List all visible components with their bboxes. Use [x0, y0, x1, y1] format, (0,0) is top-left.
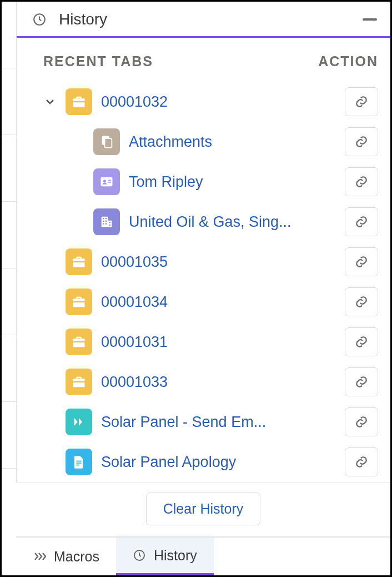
case-icon [66, 369, 92, 395]
history-item-link[interactable]: Solar Panel Apology [101, 454, 336, 471]
flow-icon [66, 409, 92, 435]
case-icon [66, 329, 92, 355]
minimize-button[interactable] [363, 18, 377, 21]
history-item: Solar Panel - Send Em... [43, 402, 378, 442]
svg-rect-17 [76, 461, 81, 462]
account-icon [93, 208, 120, 235]
history-item: 00001032 [43, 82, 378, 122]
panel-title: History [59, 11, 363, 28]
chevron-down-icon[interactable] [43, 95, 57, 108]
svg-rect-16 [109, 225, 110, 226]
case-icon [66, 248, 92, 275]
history-item-link[interactable]: 00001032 [101, 93, 336, 111]
copy-link-button[interactable] [345, 367, 378, 396]
left-gutter [2, 2, 16, 575]
history-item: 00001031 [43, 322, 378, 362]
copy-link-button[interactable] [345, 167, 378, 196]
svg-rect-13 [103, 223, 104, 224]
clear-history-button[interactable]: Clear History [146, 493, 260, 525]
copy-link-button[interactable] [345, 87, 378, 116]
contact-icon [93, 168, 120, 195]
svg-rect-10 [105, 218, 107, 219]
copy-link-button[interactable] [345, 247, 378, 276]
history-item: Attachments [43, 122, 378, 162]
history-item-link[interactable]: 00001034 [101, 294, 336, 311]
svg-rect-12 [105, 221, 107, 222]
history-item-link[interactable]: Attachments [129, 133, 336, 151]
history-item: Solar Panel Apology [43, 442, 378, 482]
copy-link-button[interactable] [345, 207, 378, 236]
svg-rect-2 [105, 138, 112, 147]
svg-point-4 [103, 180, 106, 182]
svg-rect-7 [102, 217, 108, 227]
history-item: 00001033 [43, 362, 378, 402]
history-item-link[interactable]: Tom Ripley [129, 173, 336, 191]
history-list: 00001032AttachmentsTom RipleyUnited Oil … [43, 82, 378, 482]
svg-rect-14 [105, 223, 107, 224]
tab-history[interactable]: History [116, 538, 214, 575]
file-icon [66, 449, 92, 475]
history-item: United Oil & Gas, Sing... [43, 202, 378, 242]
svg-rect-5 [108, 180, 111, 181]
attach-icon [93, 128, 120, 155]
tab-macros[interactable]: Macros [16, 538, 116, 575]
history-icon [133, 549, 146, 562]
history-item: Tom Ripley [43, 162, 378, 202]
tab-history-label: History [154, 548, 197, 564]
panel-header: History [17, 2, 390, 38]
history-item-link[interactable]: 00001033 [101, 374, 336, 391]
copy-link-button[interactable] [345, 447, 378, 476]
svg-rect-6 [108, 182, 111, 183]
history-panel: History RECENT TABS ACTION 00001032Attac… [16, 2, 390, 482]
svg-rect-15 [109, 222, 110, 223]
chevrons-icon [33, 550, 46, 563]
panel-body: RECENT TABS ACTION 00001032AttachmentsTo… [17, 38, 390, 482]
svg-rect-11 [103, 221, 104, 222]
utility-bar: Macros History [16, 536, 390, 575]
tab-macros-label: Macros [54, 549, 99, 565]
col-action: ACTION [318, 53, 378, 69]
history-item-link[interactable]: Solar Panel - Send Em... [101, 414, 336, 431]
svg-rect-18 [76, 462, 81, 464]
column-headers: RECENT TABS ACTION [43, 53, 378, 82]
history-icon [32, 12, 47, 27]
copy-link-button[interactable] [345, 287, 378, 316]
history-item-link[interactable]: 00001031 [101, 334, 336, 351]
history-item: 00001034 [43, 282, 378, 322]
case-icon [66, 288, 92, 315]
svg-rect-19 [76, 465, 79, 466]
case-icon [66, 88, 92, 115]
history-item-link[interactable]: United Oil & Gas, Sing... [129, 213, 336, 231]
copy-link-button[interactable] [345, 127, 378, 156]
history-item-link[interactable]: 00001035 [101, 253, 336, 271]
copy-link-button[interactable] [345, 327, 378, 356]
col-recent-tabs: RECENT TABS [43, 53, 153, 69]
copy-link-button[interactable] [345, 407, 378, 436]
clear-bar: Clear History [16, 482, 390, 536]
svg-rect-8 [108, 221, 112, 227]
history-item: 00001035 [43, 242, 378, 282]
svg-rect-9 [103, 218, 104, 219]
